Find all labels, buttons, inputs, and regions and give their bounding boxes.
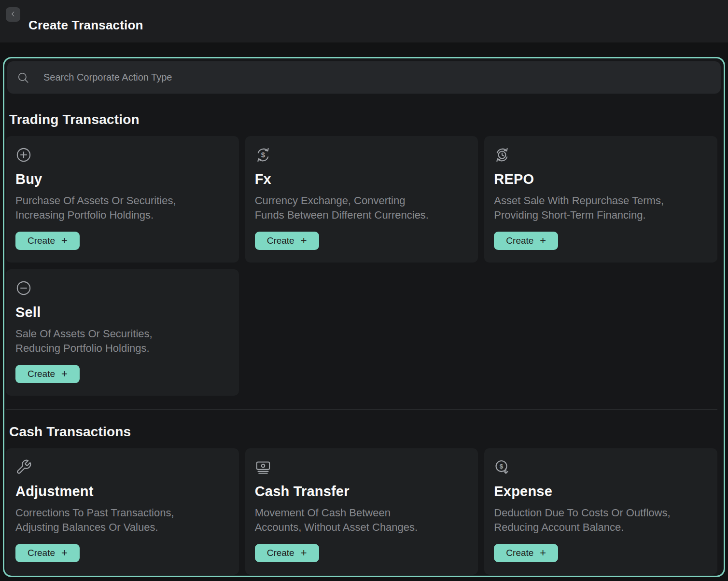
chevron-left-icon xyxy=(9,10,17,19)
card-adjustment: Adjustment Corrections To Past Transacti… xyxy=(6,448,239,575)
card-expense: $ Expense Deduction Due To Costs Or Outf… xyxy=(484,448,717,575)
search-input[interactable] xyxy=(42,71,711,83)
card-sell: Sell Sale Of Assets Or Securities, Reduc… xyxy=(6,269,239,396)
create-button[interactable]: Create + xyxy=(494,544,558,562)
svg-text:$: $ xyxy=(500,463,504,470)
section-cash-transactions: Cash Transactions Adjustment Corrections… xyxy=(6,409,717,575)
card-description: Sale Of Assets Or Securities, Reducing P… xyxy=(15,327,153,356)
plus-icon: + xyxy=(61,369,68,379)
card-buy: Buy Purchase Of Assets Or Securities, In… xyxy=(6,136,239,263)
search-bar xyxy=(7,61,721,94)
create-button[interactable]: Create + xyxy=(255,232,319,250)
create-button-label: Create xyxy=(506,548,533,558)
plus-icon: + xyxy=(61,235,68,246)
card-description: Deduction Due To Costs Or Outflows, Redu… xyxy=(494,506,670,535)
card-description: Movement Of Cash Between Accounts, Witho… xyxy=(255,506,418,535)
create-button-label: Create xyxy=(28,548,55,558)
page-title: Create Transaction xyxy=(28,18,143,32)
create-button-label: Create xyxy=(506,235,533,246)
card-fx: $ Fx Currency Exchange, Converting Funds… xyxy=(245,136,478,263)
card-title: Fx xyxy=(255,171,271,187)
plus-icon: + xyxy=(301,235,307,246)
section-title: Cash Transactions xyxy=(9,424,717,440)
search-icon xyxy=(17,71,29,84)
card-cash-transfer: Cash Transfer Movement Of Cash Between A… xyxy=(245,448,478,575)
card-title: REPO xyxy=(494,171,534,187)
card-repo: REPO Asset Sale With Repurchase Terms, P… xyxy=(484,136,717,263)
card-title: Adjustment xyxy=(15,484,94,499)
plus-icon: + xyxy=(301,548,307,558)
plus-icon: + xyxy=(540,235,546,246)
minus-circle-icon xyxy=(15,280,32,296)
card-description: Purchase Of Assets Or Securities, Increa… xyxy=(15,194,176,222)
dollar-down-icon: $ xyxy=(494,459,510,475)
create-button[interactable]: Create + xyxy=(15,365,80,383)
section-title: Trading Transaction xyxy=(9,112,717,127)
card-description: Corrections To Past Transactions, Adjust… xyxy=(15,506,174,535)
section-trading-transaction: Trading Transaction Buy Purchase Of Asse… xyxy=(6,112,717,396)
sections-container: Trading Transaction Buy Purchase Of Asse… xyxy=(4,112,724,575)
create-button[interactable]: Create + xyxy=(15,544,80,562)
top-bar: Create Transaction xyxy=(0,0,728,42)
create-button-label: Create xyxy=(267,548,294,558)
create-button[interactable]: Create + xyxy=(255,544,319,562)
plus-circle-icon xyxy=(15,147,32,163)
card-title: Buy xyxy=(15,171,42,187)
plus-icon: + xyxy=(540,548,546,558)
plus-icon: + xyxy=(61,548,68,558)
card-title: Cash Transfer xyxy=(255,484,350,499)
card-title: Sell xyxy=(15,304,41,320)
card-title: Expense xyxy=(494,484,552,499)
create-button-label: Create xyxy=(28,369,55,379)
repo-history-icon xyxy=(494,147,510,163)
transaction-type-panel: Trading Transaction Buy Purchase Of Asse… xyxy=(3,57,725,577)
svg-text:$: $ xyxy=(261,151,266,159)
currency-exchange-icon: $ xyxy=(255,147,271,163)
create-button[interactable]: Create + xyxy=(494,232,558,250)
back-button[interactable] xyxy=(6,7,20,22)
banknote-icon xyxy=(255,459,271,475)
create-button-label: Create xyxy=(267,235,294,246)
card-grid: Adjustment Corrections To Past Transacti… xyxy=(6,448,717,575)
create-button-label: Create xyxy=(28,235,55,246)
card-description: Asset Sale With Repurchase Terms, Provid… xyxy=(494,194,664,222)
card-description: Currency Exchange, Converting Funds Betw… xyxy=(255,194,429,222)
create-button[interactable]: Create + xyxy=(15,232,80,250)
wrench-icon xyxy=(15,459,32,475)
card-grid: Buy Purchase Of Assets Or Securities, In… xyxy=(6,136,717,396)
